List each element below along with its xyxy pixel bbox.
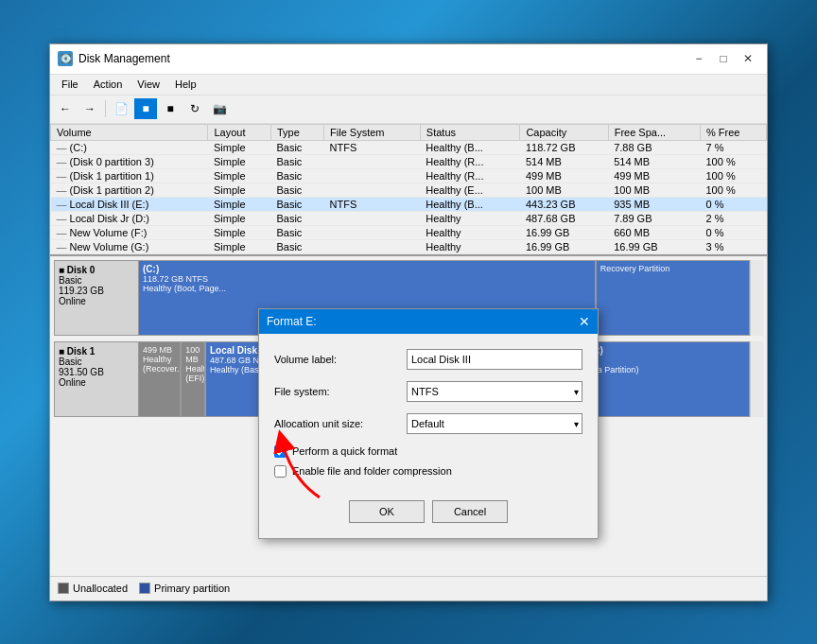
toolbar-btn-2[interactable]: ■ — [134, 98, 157, 119]
filesystem-select[interactable]: NTFS FAT32 exFAT — [407, 381, 582, 402]
toolbar-btn-5[interactable]: 📷 — [208, 98, 231, 119]
quick-format-checkbox[interactable] — [274, 445, 287, 458]
table-cell: 7 % — [700, 140, 766, 154]
disk-section[interactable]: ■ Disk 0 Basic 119.23 GB Online (C:) 118… — [50, 256, 767, 576]
table-cell — [324, 211, 421, 225]
disk-section-wrapper: ■ Disk 0 Basic 119.23 GB Online (C:) 118… — [50, 256, 767, 600]
compression-checkbox[interactable] — [274, 465, 287, 478]
title-controls: − □ ✕ — [687, 48, 759, 69]
table-cell: Basic — [270, 225, 323, 239]
menu-file[interactable]: File — [54, 77, 86, 92]
disk-1-partition-100[interactable]: 100 MB Healthy (EFI) — [182, 342, 206, 416]
filesystem-control: NTFS FAT32 exFAT — [407, 381, 582, 402]
menu-action[interactable]: Action — [86, 77, 130, 92]
filesystem-select-wrapper: NTFS FAT32 exFAT — [407, 381, 582, 402]
toolbar-btn-4[interactable]: ↻ — [183, 98, 206, 119]
col-percent[interactable]: % Free — [700, 124, 766, 140]
window-title: Disk Management — [78, 52, 687, 65]
table-cell: Simple — [208, 239, 270, 253]
close-button[interactable]: ✕ — [737, 48, 759, 69]
table-cell: Simple — [208, 211, 270, 225]
volume-label-control — [407, 349, 582, 370]
table-cell — [324, 225, 421, 239]
table-cell: 16.99 GB — [520, 239, 608, 253]
table-cell: NTFS — [324, 140, 421, 154]
col-capacity[interactable]: Capacity — [520, 124, 608, 140]
table-cell — [324, 154, 421, 168]
allocation-select-wrapper: Default 512 1024 2048 4096 — [407, 413, 582, 434]
minimize-button[interactable]: − — [687, 48, 710, 69]
table-cell: Basic — [270, 140, 323, 154]
col-type[interactable]: Type — [270, 124, 323, 140]
table-cell: 100 MB — [608, 183, 700, 197]
table-cell: 2 % — [700, 211, 766, 225]
disk-0-label: ■ Disk 0 Basic 119.23 GB Online — [54, 260, 139, 336]
table-cell: 16.99 GB — [608, 239, 700, 253]
dialog-title: Format E: — [267, 315, 317, 328]
toolbar-btn-3[interactable]: ■ — [159, 98, 182, 119]
col-status[interactable]: Status — [420, 124, 520, 140]
table-cell: — Local Disk III (E:) — [51, 197, 208, 211]
volume-table[interactable]: Volume Layout Type File System Status Ca… — [50, 124, 767, 256]
toolbar-btn-1[interactable]: 📄 — [110, 98, 132, 119]
col-freespace[interactable]: Free Spa... — [608, 124, 700, 140]
table-cell: Simple — [208, 197, 270, 211]
scrollbar-right-2[interactable] — [750, 341, 763, 417]
table-cell: Basic — [270, 211, 323, 225]
col-volume[interactable]: Volume — [51, 124, 208, 140]
allocation-select[interactable]: Default 512 1024 2048 4096 — [407, 413, 582, 434]
disk-0-partition-recovery[interactable]: Recovery Partition — [597, 261, 749, 335]
table-cell: Healthy — [420, 239, 520, 253]
disk-1-partition-499[interactable]: 499 MB Healthy (Recover... — [139, 342, 182, 416]
menu-help[interactable]: Help — [167, 77, 204, 92]
table-cell: 514 MB — [520, 154, 608, 168]
back-button[interactable]: ← — [54, 98, 77, 119]
disk-0-status: Online — [59, 296, 134, 306]
quick-format-label[interactable]: Perform a quick format — [292, 445, 397, 457]
cancel-button[interactable]: Cancel — [432, 500, 508, 523]
table-cell: — (Disk 1 partition 1) — [51, 168, 208, 183]
scrollbar-right[interactable] — [750, 260, 763, 336]
col-layout[interactable]: Layout — [208, 124, 270, 140]
table-cell: 7.88 GB — [608, 140, 700, 154]
disk-0-type: Basic — [59, 275, 134, 286]
table-cell: 16.99 GB — [520, 225, 608, 239]
dialog-close-button[interactable]: ✕ — [579, 315, 590, 328]
table-cell: Simple — [208, 168, 270, 183]
table-cell: Simple — [208, 183, 270, 197]
quick-format-row: Perform a quick format — [274, 445, 582, 458]
disk-1-499-size: 499 MB — [143, 345, 176, 355]
disk-0-name: ■ Disk 0 — [59, 265, 134, 275]
dialog-body: Volume label: File system: NTFS — [259, 334, 598, 538]
table-cell — [324, 239, 421, 253]
table-cell: Healthy (E... — [420, 183, 520, 197]
main-content: Volume Layout Type File System Status Ca… — [50, 124, 767, 600]
col-filesystem[interactable]: File System — [324, 124, 421, 140]
maximize-button[interactable]: □ — [712, 48, 735, 69]
table-cell: Basic — [270, 168, 323, 183]
table-cell: 7.89 GB — [608, 211, 700, 225]
table-cell: Healthy (B... — [420, 140, 520, 154]
disk-1-status: Online — [59, 377, 134, 388]
legend-primary-color — [139, 583, 150, 594]
volume-label-input[interactable] — [407, 349, 582, 370]
window-icon: 💽 — [58, 51, 73, 66]
disk-1-100-size: 100 MB — [185, 345, 200, 364]
table-cell: Simple — [208, 225, 270, 239]
allocation-label-text: Allocation unit size: — [274, 418, 407, 429]
compression-label[interactable]: Enable file and folder compression — [292, 465, 452, 477]
table-cell: NTFS — [324, 197, 421, 211]
table-cell: Basic — [270, 239, 323, 253]
table-cell: Simple — [208, 154, 270, 168]
legend-primary: Primary partition — [139, 583, 230, 594]
menu-bar: File Action View Help — [50, 75, 767, 96]
filesystem-row: File system: NTFS FAT32 exFAT — [274, 381, 582, 402]
table-cell: 514 MB — [608, 154, 700, 168]
table-cell: Healthy (R... — [420, 168, 520, 183]
menu-view[interactable]: View — [130, 77, 167, 92]
forward-button[interactable]: → — [78, 98, 101, 119]
table-cell — [324, 168, 421, 183]
disk-0-c-name: (C:) — [143, 264, 591, 274]
ok-button[interactable]: OK — [349, 500, 425, 523]
table-cell: — (Disk 0 partition 3) — [51, 154, 208, 168]
